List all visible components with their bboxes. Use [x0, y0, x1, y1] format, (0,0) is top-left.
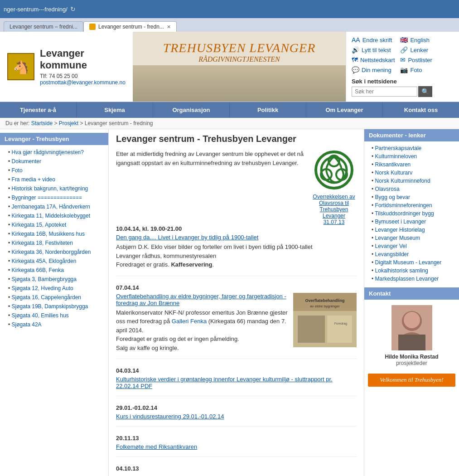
svg-text:Foredrag: Foredrag [334, 322, 348, 325]
breadcrumb-prosjekt[interactable]: Prosjekt [59, 120, 78, 126]
right-link-12[interactable]: Levanger Vel [364, 242, 459, 250]
top-tools: AA Endre skrift 🇬🇧 English 🔊 Lytt til te… [346, 32, 450, 102]
uk-flag-icon: 🇬🇧 [400, 36, 408, 44]
contact-name: Hilde Monika Røstad [368, 354, 455, 360]
main-content: Levanger sentrum - Trehusbyen Levanger E… [109, 129, 364, 476]
nav-politikk[interactable]: Politikk [230, 102, 306, 118]
right-link-9[interactable]: Bymuseet i Levanger [364, 218, 459, 226]
map-icon: 🗺 [352, 56, 358, 63]
address-bar-text[interactable]: nger-sentrum---fredning/ [4, 6, 68, 13]
right-link-1[interactable]: Kulturminneloven [364, 152, 459, 160]
right-link-15[interactable]: Lokalhistorisk samling [364, 267, 459, 275]
event-date-2: 04.03.14 [116, 367, 357, 374]
breadcrumb-startside[interactable]: Startside [31, 120, 53, 126]
tool-nettstedskart[interactable]: 🗺 Nettstedskart [352, 55, 396, 64]
contact-photo [391, 305, 432, 350]
browser-tab-inactive[interactable]: Levanger sentrum – fredni... [4, 21, 83, 32]
right-link-16[interactable]: Markedsplassen Levanger [364, 275, 459, 283]
tool-din-mening[interactable]: 💬 Din mening [352, 65, 396, 74]
sidebar-link-19[interactable]: Sjøgata 42A [0, 320, 108, 329]
nav-tjenester[interactable]: Tjenester a-å [0, 102, 77, 118]
event-entry-1: 07.04.14 Overflatebehandling av eldre by… [116, 284, 357, 359]
right-link-7[interactable]: Fortidsminneforeningen [364, 201, 459, 209]
sidebar-link-1[interactable]: Dokumenter [0, 157, 108, 166]
nav-organisasjon[interactable]: Organisasjon [153, 102, 230, 118]
sidebar-link-4[interactable]: Historisk bakgrunn, kart/tegning [0, 184, 108, 193]
event-link-3[interactable]: Kurs i vindusrestaurering 29.01.-01.02.1… [116, 413, 224, 420]
sidebar-link-12[interactable]: Kirkegata 45A, Eklogården [0, 257, 108, 266]
right-link-14[interactable]: Digitalt Museum - Levanger [364, 258, 459, 267]
intro-section: Etter at midlertidig fredning av Levange… [116, 150, 357, 225]
sidebar-link-13[interactable]: Kirkegata 66B, Fenka [0, 266, 108, 275]
event-link-0[interactable]: Den gang da.... Livet i Levanger by tidl… [116, 234, 258, 241]
event-entry-4: 20.11.13 Folkemøte med Riksantikvaren [116, 435, 357, 457]
right-link-6[interactable]: Bygg og bevar [364, 193, 459, 201]
right-link-0[interactable]: Partnerskapsavtale [364, 144, 459, 152]
sidebar-link-15[interactable]: Sjøgata 12, Hveding Auto [0, 284, 108, 293]
sidebar-link-6[interactable]: Jernbanegata 17A, Håndverkern [0, 202, 108, 211]
event-entry-2: 04.03.14 Kulturhistoriske verdier i grøn… [116, 367, 357, 396]
sidebar-link-2[interactable]: Foto [0, 166, 108, 175]
breadcrumb: Du er her: Startside > Prosjekt > Levang… [0, 118, 459, 129]
sidebar-link-7[interactable]: Kirkegata 11, Middelskolebygget [0, 211, 108, 220]
welcome-button[interactable]: Velkommen til Trehusbyen! [368, 374, 455, 387]
browser-tab-bar: Levanger sentrum – fredni... Levanger se… [0, 18, 459, 32]
right-link-4[interactable]: Norsk Kulturminnefond [364, 177, 459, 185]
tool-english[interactable]: 🇬🇧 English [400, 35, 445, 44]
svg-text:av eldre bygninger: av eldre bygninger [310, 304, 340, 308]
sidebar-link-17[interactable]: Sjøgata 19B, Dampskipsbrygga [0, 302, 108, 311]
knot-svg [314, 150, 354, 190]
sidebar-link-0[interactable]: Hva gjør rådgivningtjenesten? [0, 148, 108, 157]
search-area: Søk i nettsidene 🔍 [352, 78, 445, 97]
event-desc-1: Malerikonservator NKF-N/ professor emeri… [116, 308, 288, 353]
right-link-5[interactable]: Olavsrosa [364, 185, 459, 193]
event-link-2[interactable]: Kulturhistoriske verdier i grøntanlegg i… [116, 376, 333, 389]
sidebar-link-9[interactable]: Kirkegata 16B, Musikkens hus [0, 229, 108, 238]
search-input[interactable] [352, 87, 417, 97]
refresh-button[interactable]: ↻ [70, 5, 76, 13]
tool-endre-skrift[interactable]: AA Endre skrift [352, 35, 396, 44]
sidebar-link-10[interactable]: Kirkegata 18, Festiviteten [0, 238, 108, 248]
sidebar-link-18[interactable]: Sjøgata 40, Emilies hus [0, 311, 108, 320]
tool-lytt-til-tekst[interactable]: 🔊 Lytt til tekst [352, 45, 396, 54]
event-link-4[interactable]: Folkemøte med Riksantikvaren [116, 443, 197, 450]
knot-caption[interactable]: Overrekkelsen av Olavsrosa til Trehusbye… [311, 194, 357, 225]
link-icon: 🔗 [400, 46, 408, 53]
right-link-8[interactable]: Tilskuddsordninger bygg [364, 209, 459, 218]
nav-om-levanger[interactable]: Om Levanger [306, 102, 383, 118]
left-sidebar: Levanger - Trehusbyen Hva gjør rådgivnin… [0, 129, 109, 476]
tool-postlister[interactable]: ✉ Postlister [400, 55, 445, 64]
right-link-11[interactable]: Levanger Museum [364, 234, 459, 242]
search-button[interactable]: 🔍 [418, 86, 432, 97]
right-link-3[interactable]: Norsk Kulturarv [364, 169, 459, 177]
event-date-1: 07.04.14 [116, 284, 357, 291]
camera-icon: 📷 [400, 66, 408, 73]
tool-lenker[interactable]: 🔗 Lenker [400, 45, 445, 54]
sidebar-link-5[interactable]: Bygninger ============== [0, 193, 108, 202]
svg-text:🐴: 🐴 [13, 60, 29, 75]
sidebar-link-14[interactable]: Sjøgata 3, Bambergbrygga [0, 275, 108, 284]
browser-chrome: nger-sentrum---fredning/ ↻ [0, 0, 459, 18]
right-link-2[interactable]: Riksantikvaren [364, 160, 459, 169]
search-bar: 🔍 [352, 86, 445, 97]
right-link-10[interactable]: Levanger Historielag [364, 226, 459, 234]
site-header: 🐴 Levanger kommune Tlf: 74 05 25 00 post… [0, 32, 459, 102]
event-entry-3: 29.01.-01.02.14 Kurs i vindusrestaurerin… [116, 404, 357, 427]
sidebar-link-16[interactable]: Sjøgata 16, Cappelengården [0, 293, 108, 302]
sidebar-link-11[interactable]: Kirkegata 36, Nordenborggården [0, 248, 108, 257]
email-link[interactable]: postmottak@levanger.kommune.no [40, 79, 126, 86]
phone-number: Tlf: 74 05 25 00 [40, 73, 126, 79]
browser-tab-active[interactable]: Levanger sentrum - fredn... ✕ [83, 21, 177, 32]
sidebar-link-8[interactable]: Kirkegata 15, Apoteket [0, 220, 108, 229]
event-link-1[interactable]: Overflatebehandling av eldre bygninger, … [116, 293, 286, 306]
tool-foto[interactable]: 📷 Foto [400, 65, 445, 74]
tools-grid: AA Endre skrift 🇬🇧 English 🔊 Lytt til te… [352, 35, 445, 74]
tab-close-button[interactable]: ✕ [167, 24, 171, 30]
sidebar-link-3[interactable]: Fra media + video [0, 175, 108, 184]
banner-image [133, 65, 346, 102]
nav-kontakt[interactable]: Kontakt oss [383, 102, 459, 118]
galleri-fenka-link[interactable]: Galleri Fenka [172, 318, 207, 325]
right-link-13[interactable]: Levangsbilder [364, 250, 459, 258]
nav-skjema[interactable]: Skjema [77, 102, 153, 118]
event-entry-0: 10.04.14, kl. 19.00-21.00 Den gang da...… [116, 225, 357, 276]
